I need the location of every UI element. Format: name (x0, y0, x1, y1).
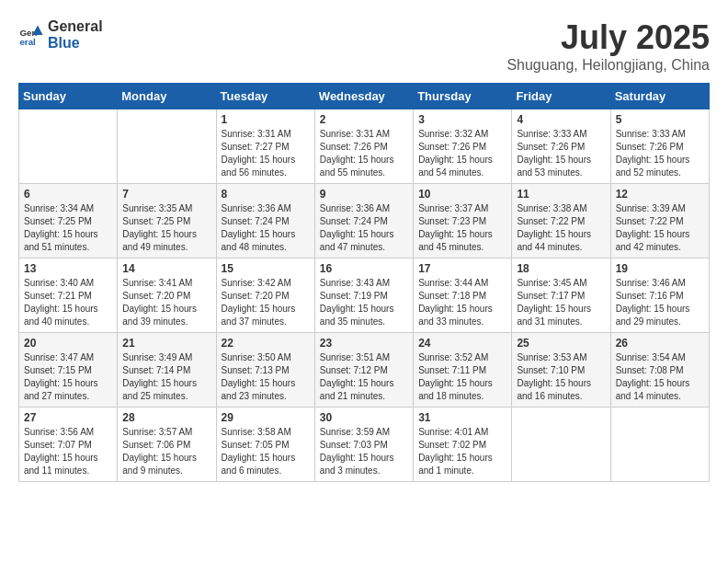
table-row: 11Sunrise: 3:38 AM Sunset: 7:22 PM Dayli… (512, 184, 610, 259)
day-number: 3 (418, 113, 506, 126)
day-info: Sunrise: 3:45 AM Sunset: 7:17 PM Dayligh… (517, 277, 605, 328)
day-info: Sunrise: 3:33 AM Sunset: 7:26 PM Dayligh… (616, 128, 704, 179)
day-number: 13 (24, 262, 112, 275)
table-row: 17Sunrise: 3:44 AM Sunset: 7:18 PM Dayli… (414, 259, 512, 333)
table-row: 29Sunrise: 3:58 AM Sunset: 7:05 PM Dayli… (216, 408, 314, 482)
day-info: Sunrise: 3:51 AM Sunset: 7:12 PM Dayligh… (320, 351, 408, 403)
day-info: Sunrise: 3:46 AM Sunset: 7:16 PM Dayligh… (616, 277, 704, 328)
table-row: 10Sunrise: 3:37 AM Sunset: 7:23 PM Dayli… (414, 184, 512, 259)
day-info: Sunrise: 3:59 AM Sunset: 7:03 PM Dayligh… (320, 426, 408, 477)
logo-icon: Gen eral (18, 22, 44, 48)
table-row: 19Sunrise: 3:46 AM Sunset: 7:16 PM Dayli… (610, 259, 709, 333)
day-number: 19 (616, 262, 704, 275)
day-number: 26 (616, 337, 704, 350)
svg-text:eral: eral (19, 37, 36, 47)
col-friday: Friday (512, 84, 610, 109)
day-number: 1 (222, 113, 310, 126)
table-row: 26Sunrise: 3:54 AM Sunset: 7:08 PM Dayli… (610, 333, 709, 408)
day-info: Sunrise: 3:41 AM Sunset: 7:20 PM Dayligh… (122, 277, 210, 328)
day-info: Sunrise: 3:37 AM Sunset: 7:23 PM Dayligh… (418, 202, 506, 254)
table-row: 18Sunrise: 3:45 AM Sunset: 7:17 PM Dayli… (512, 259, 610, 333)
table-row: 13Sunrise: 3:40 AM Sunset: 7:21 PM Dayli… (19, 259, 118, 333)
table-row: 22Sunrise: 3:50 AM Sunset: 7:13 PM Dayli… (216, 333, 314, 408)
day-info: Sunrise: 3:36 AM Sunset: 7:24 PM Dayligh… (222, 202, 310, 254)
day-number: 17 (418, 262, 506, 275)
month-title: July 2025 (506, 18, 710, 57)
table-row: 20Sunrise: 3:47 AM Sunset: 7:15 PM Dayli… (19, 333, 118, 408)
table-row (19, 109, 118, 184)
table-row: 23Sunrise: 3:51 AM Sunset: 7:12 PM Dayli… (314, 333, 413, 408)
day-number: 6 (24, 188, 112, 201)
col-monday: Monday (118, 84, 216, 109)
page-header: Gen eral General Blue July 2025 Shuguang… (18, 18, 710, 74)
table-row: 2Sunrise: 3:31 AM Sunset: 7:26 PM Daylig… (314, 109, 413, 184)
day-number: 4 (517, 113, 605, 126)
day-number: 28 (122, 411, 210, 424)
day-number: 7 (122, 188, 210, 201)
table-row: 31Sunrise: 4:01 AM Sunset: 7:02 PM Dayli… (414, 408, 512, 482)
calendar-week-row: 6Sunrise: 3:34 AM Sunset: 7:25 PM Daylig… (19, 184, 710, 259)
day-number: 25 (517, 337, 605, 350)
table-row: 3Sunrise: 3:32 AM Sunset: 7:26 PM Daylig… (414, 109, 512, 184)
calendar-week-row: 27Sunrise: 3:56 AM Sunset: 7:07 PM Dayli… (19, 408, 710, 482)
day-number: 11 (517, 188, 605, 201)
table-row: 21Sunrise: 3:49 AM Sunset: 7:14 PM Dayli… (118, 333, 216, 408)
day-number: 21 (122, 337, 210, 350)
day-number: 14 (122, 262, 210, 275)
calendar-table: Sunday Monday Tuesday Wednesday Thursday… (18, 83, 710, 482)
table-row: 25Sunrise: 3:53 AM Sunset: 7:10 PM Dayli… (512, 333, 610, 408)
col-wednesday: Wednesday (314, 84, 413, 109)
day-info: Sunrise: 3:34 AM Sunset: 7:25 PM Dayligh… (24, 202, 112, 254)
day-info: Sunrise: 3:44 AM Sunset: 7:18 PM Dayligh… (418, 277, 506, 328)
logo: Gen eral General Blue (18, 18, 103, 52)
day-number: 16 (320, 262, 408, 275)
table-row (512, 408, 610, 482)
day-number: 18 (517, 262, 605, 275)
day-number: 23 (320, 337, 408, 350)
day-number: 27 (24, 411, 112, 424)
col-sunday: Sunday (19, 84, 118, 109)
title-block: July 2025 Shuguang, Heilongjiang, China (506, 18, 710, 74)
location-title: Shuguang, Heilongjiang, China (506, 57, 710, 74)
day-info: Sunrise: 3:31 AM Sunset: 7:27 PM Dayligh… (222, 128, 310, 179)
day-info: Sunrise: 3:56 AM Sunset: 7:07 PM Dayligh… (24, 426, 112, 477)
table-row: 15Sunrise: 3:42 AM Sunset: 7:20 PM Dayli… (216, 259, 314, 333)
col-thursday: Thursday (414, 84, 512, 109)
calendar-header-row: Sunday Monday Tuesday Wednesday Thursday… (19, 84, 710, 109)
day-info: Sunrise: 3:39 AM Sunset: 7:22 PM Dayligh… (616, 202, 704, 254)
table-row: 5Sunrise: 3:33 AM Sunset: 7:26 PM Daylig… (610, 109, 709, 184)
table-row: 9Sunrise: 3:36 AM Sunset: 7:24 PM Daylig… (314, 184, 413, 259)
table-row: 12Sunrise: 3:39 AM Sunset: 7:22 PM Dayli… (610, 184, 709, 259)
day-info: Sunrise: 3:42 AM Sunset: 7:20 PM Dayligh… (222, 277, 310, 328)
day-info: Sunrise: 3:58 AM Sunset: 7:05 PM Dayligh… (222, 426, 310, 477)
day-number: 29 (222, 411, 310, 424)
day-number: 8 (222, 188, 310, 201)
table-row: 30Sunrise: 3:59 AM Sunset: 7:03 PM Dayli… (314, 408, 413, 482)
day-number: 10 (418, 188, 506, 201)
table-row: 1Sunrise: 3:31 AM Sunset: 7:27 PM Daylig… (216, 109, 314, 184)
table-row: 7Sunrise: 3:35 AM Sunset: 7:25 PM Daylig… (118, 184, 216, 259)
table-row (610, 408, 709, 482)
day-info: Sunrise: 3:50 AM Sunset: 7:13 PM Dayligh… (222, 351, 310, 403)
table-row: 27Sunrise: 3:56 AM Sunset: 7:07 PM Dayli… (19, 408, 118, 482)
day-info: Sunrise: 4:01 AM Sunset: 7:02 PM Dayligh… (418, 426, 506, 477)
day-info: Sunrise: 3:47 AM Sunset: 7:15 PM Dayligh… (24, 351, 112, 403)
calendar-week-row: 20Sunrise: 3:47 AM Sunset: 7:15 PM Dayli… (19, 333, 710, 408)
table-row: 6Sunrise: 3:34 AM Sunset: 7:25 PM Daylig… (19, 184, 118, 259)
day-info: Sunrise: 3:38 AM Sunset: 7:22 PM Dayligh… (517, 202, 605, 254)
col-saturday: Saturday (610, 84, 709, 109)
table-row (118, 109, 216, 184)
table-row: 14Sunrise: 3:41 AM Sunset: 7:20 PM Dayli… (118, 259, 216, 333)
day-number: 2 (320, 113, 408, 126)
day-info: Sunrise: 3:43 AM Sunset: 7:19 PM Dayligh… (320, 277, 408, 328)
table-row: 8Sunrise: 3:36 AM Sunset: 7:24 PM Daylig… (216, 184, 314, 259)
logo-general-text: General (48, 18, 103, 34)
day-number: 12 (616, 188, 704, 201)
day-number: 15 (222, 262, 310, 275)
day-info: Sunrise: 3:33 AM Sunset: 7:26 PM Dayligh… (517, 128, 605, 179)
calendar-week-row: 1Sunrise: 3:31 AM Sunset: 7:27 PM Daylig… (19, 109, 710, 184)
table-row: 28Sunrise: 3:57 AM Sunset: 7:06 PM Dayli… (118, 408, 216, 482)
day-info: Sunrise: 3:53 AM Sunset: 7:10 PM Dayligh… (517, 351, 605, 403)
day-number: 30 (320, 411, 408, 424)
day-info: Sunrise: 3:32 AM Sunset: 7:26 PM Dayligh… (418, 128, 506, 179)
